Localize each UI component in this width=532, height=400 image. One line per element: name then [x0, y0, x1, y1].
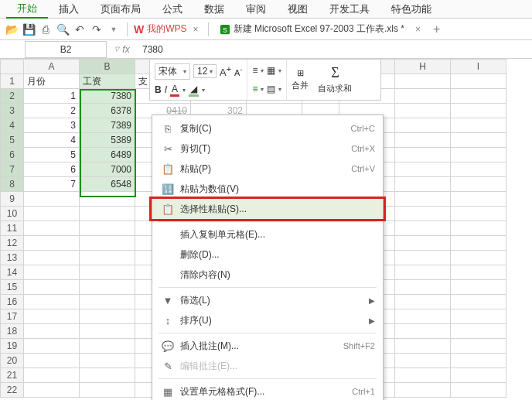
cell[interactable] [24, 280, 80, 295]
menu-pagelayout[interactable]: 页面布局 [90, 0, 152, 19]
cell-I5[interactable] [451, 133, 506, 148]
open-icon[interactable]: 📂 [5, 22, 19, 36]
wps-tab[interactable]: W 我的WPS [134, 22, 187, 36]
document-tab[interactable]: S 新建 Microsoft Excel 97-2003 工作表.xls * [215, 22, 409, 36]
cell[interactable] [24, 207, 80, 221]
align-icon[interactable]: ≡ [252, 65, 257, 76]
cell[interactable] [80, 221, 135, 236]
preview-icon[interactable]: 🔍 [56, 22, 70, 36]
col-header-B[interactable]: B [80, 60, 135, 74]
context-item-6[interactable]: 插入复制单元格(E)... [152, 224, 383, 244]
cell[interactable] [80, 339, 135, 354]
cell[interactable] [395, 280, 451, 295]
context-item-7[interactable]: 删除(D)... [152, 244, 383, 265]
cell-B8[interactable]: 6548 [80, 177, 135, 192]
menu-review[interactable]: 审阅 [235, 0, 277, 19]
row-header-3[interactable]: 3 [1, 104, 24, 118]
fill-color-icon[interactable]: ◢ [189, 84, 199, 97]
cell[interactable] [451, 295, 506, 309]
cell[interactable] [451, 339, 506, 354]
menu-features[interactable]: 特色功能 [380, 0, 442, 19]
name-box[interactable]: B2 [25, 41, 107, 58]
cell[interactable] [451, 192, 506, 207]
context-item-3[interactable]: 🔢粘贴为数值(V) [152, 179, 383, 199]
col-header-A[interactable]: A [24, 60, 80, 74]
cell-H4[interactable] [395, 118, 451, 133]
cell-I2[interactable] [451, 89, 506, 104]
bold-button[interactable]: B [155, 84, 162, 95]
cell[interactable] [395, 221, 451, 236]
cell[interactable] [80, 192, 135, 207]
italic-button[interactable]: I [165, 84, 167, 95]
row-header-20[interactable]: 20 [1, 354, 24, 368]
cell[interactable] [395, 383, 451, 398]
cell[interactable] [24, 383, 80, 398]
doc-close-icon[interactable]: × [412, 24, 424, 35]
cell[interactable] [451, 309, 506, 324]
cell[interactable] [24, 354, 80, 368]
cell[interactable] [80, 309, 135, 324]
row-header-13[interactable]: 13 [1, 251, 24, 265]
select-all-corner[interactable] [1, 60, 24, 74]
context-item-16[interactable]: ▦设置单元格格式(F)...Ctrl+1 [152, 381, 383, 400]
cell[interactable] [24, 368, 80, 383]
cell-I3[interactable] [451, 104, 506, 118]
font-color-icon[interactable]: A [170, 84, 179, 97]
context-item-11[interactable]: ↕排序(U)▶ [152, 310, 383, 330]
menu-devtools[interactable]: 开发工具 [319, 0, 380, 19]
context-item-13[interactable]: 💬插入批注(M)...Shift+F2 [152, 336, 383, 356]
row-header-21[interactable]: 21 [1, 368, 24, 383]
row-header-6[interactable]: 6 [1, 148, 24, 162]
cell[interactable] [395, 207, 451, 221]
menu-start[interactable]: 开始 [6, 0, 48, 19]
context-item-2[interactable]: 📋粘贴(P)Ctrl+V [152, 159, 383, 179]
cell[interactable] [395, 251, 451, 265]
context-item-0[interactable]: ⎘复制(C)Ctrl+C [152, 118, 383, 138]
decrease-font-icon[interactable]: A- [234, 66, 242, 77]
cell[interactable] [451, 221, 506, 236]
cell-A5[interactable]: 4 [24, 133, 80, 148]
cell-A4[interactable]: 3 [24, 118, 80, 133]
cell-I6[interactable] [451, 148, 506, 162]
align2-icon[interactable]: ≡ [252, 84, 257, 94]
font-name-select[interactable]: 宋体▾ [155, 63, 190, 80]
cell-A6[interactable]: 5 [24, 148, 80, 162]
cell-H1[interactable] [395, 74, 451, 89]
cell[interactable] [395, 324, 451, 339]
row-header-14[interactable]: 14 [1, 265, 24, 280]
cell[interactable] [80, 383, 135, 398]
cell-B4[interactable]: 7389 [80, 118, 135, 133]
cell-H5[interactable] [395, 133, 451, 148]
cell[interactable] [24, 339, 80, 354]
cell-B7[interactable]: 7000 [80, 162, 135, 177]
formula-value[interactable]: 7380 [138, 44, 532, 55]
cell-A8[interactable]: 7 [24, 177, 80, 192]
cell[interactable] [451, 207, 506, 221]
cell-A3[interactable]: 2 [24, 104, 80, 118]
redo-icon[interactable]: ↷ [90, 22, 104, 36]
context-item-8[interactable]: 清除内容(N) [152, 265, 383, 285]
print-icon[interactable]: ⎙ [39, 22, 53, 36]
row-header-15[interactable]: 15 [1, 280, 24, 295]
row-header-17[interactable]: 17 [1, 309, 24, 324]
menu-insert[interactable]: 插入 [48, 0, 90, 19]
cell[interactable] [395, 192, 451, 207]
row-header-18[interactable]: 18 [1, 324, 24, 339]
cell-B2[interactable]: 7380 [80, 89, 135, 104]
cell[interactable] [80, 236, 135, 251]
row-header-8[interactable]: 8 [1, 177, 24, 192]
menu-view[interactable]: 视图 [277, 0, 319, 19]
cell-I1[interactable] [451, 74, 506, 89]
cell-A7[interactable]: 6 [24, 162, 80, 177]
cell[interactable] [80, 324, 135, 339]
context-item-10[interactable]: ▼筛选(L)▶ [152, 290, 383, 310]
fx-button[interactable]: ▽ fx [107, 44, 138, 55]
context-item-4[interactable]: 📋选择性粘贴(S)... [152, 199, 383, 219]
cell-B5[interactable]: 5389 [80, 133, 135, 148]
cell[interactable] [395, 368, 451, 383]
cell[interactable] [395, 339, 451, 354]
row-header-7[interactable]: 7 [1, 162, 24, 177]
cell[interactable] [24, 251, 80, 265]
increase-font-icon[interactable]: A+ [220, 64, 231, 78]
cell-H3[interactable] [395, 104, 451, 118]
